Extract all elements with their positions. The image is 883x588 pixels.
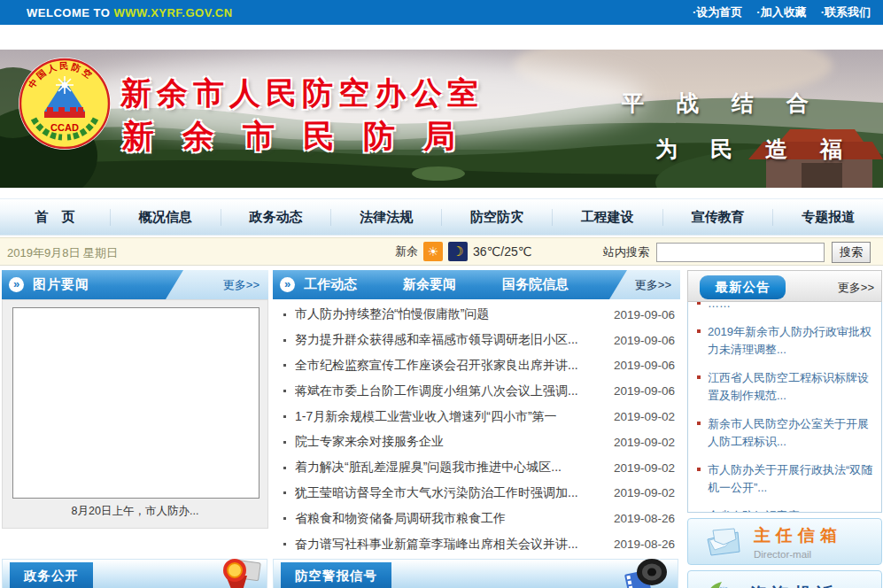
add-favorite-link[interactable]: ·加入收藏 <box>756 4 806 20</box>
bullet-icon <box>697 422 701 425</box>
bullet-icon <box>283 339 286 342</box>
double-chevron-icon: » <box>280 277 295 292</box>
news-title[interactable]: 奋力谱写社科事业新篇章李瑞峰出席相关会议并讲... <box>295 537 614 553</box>
news-date: 2019-09-02 <box>614 436 675 449</box>
bullet-icon <box>283 543 286 545</box>
announcements-tab[interactable]: 最新公告 <box>700 275 786 299</box>
announcement-item[interactable]: 江西省人民防空工程标识标牌设置及制作规范... <box>695 364 876 410</box>
double-chevron-icon: » <box>9 277 24 292</box>
site-search-button[interactable]: 搜索 <box>832 242 871 263</box>
news-title[interactable]: 市人防办持续整治“怕慢假庸散”问题 <box>295 306 614 322</box>
contact-us-link[interactable]: ·联系我们 <box>821 4 871 20</box>
air-alarm-tab[interactable]: 防空警报信号 <box>281 562 391 588</box>
gov-open-tab[interactable]: 政务公开 <box>10 562 93 588</box>
bullet-icon <box>283 364 286 367</box>
nav-item-laws[interactable]: 法律法规 <box>331 209 442 226</box>
top-links: ·设为首页 ·加入收藏 ·联系我们 <box>693 4 871 20</box>
news-title[interactable]: 努力提升群众获得感和幸福感市领导调研老旧小区... <box>295 332 614 348</box>
announcement-text: 市人防办关于开展行政执法“双随机一公开”... <box>708 463 872 494</box>
envelope-icon <box>704 527 741 557</box>
bullet-icon <box>283 467 286 469</box>
photo-news-caption[interactable]: 8月20日上午，市人防办... <box>3 504 267 519</box>
news-row[interactable]: 全市纪检监察宣传工作座谈会召开张家良出席并讲... 2019-09-06 <box>273 353 680 379</box>
announcement-text: 2019年新余市人防办行政审批权力未清理调整... <box>708 325 871 356</box>
news-date: 2019-08-26 <box>614 538 675 551</box>
weather-widget: 新余 ☀ ☽ 36℃/25℃ <box>395 242 531 261</box>
news-title[interactable]: 着力解决“脏乱差湿腥臭”问题我市推进中心城区... <box>295 460 614 476</box>
announcements-header: 最新公告 更多>> <box>687 270 882 302</box>
civil-air-defense-emblem: 中 国 人 民 防 空 CCAD <box>18 57 112 151</box>
announcement-text: …… <box>708 302 731 310</box>
consult-complaint-box[interactable]: 咨询投诉 <box>687 570 882 588</box>
news-row[interactable]: 市人防办持续整治“怕慢假庸散”问题 2019-09-06 <box>273 302 680 328</box>
nav-item-gov-news[interactable]: 政务动态 <box>221 209 332 226</box>
photo-news-title: 图片要闻 <box>33 276 89 293</box>
news-row[interactable]: 犹王莹暗访督导全市大气水污染防治工作时强调加... 2019-09-02 <box>273 481 680 507</box>
photo-news-image[interactable] <box>12 307 259 499</box>
announcement-text: 全省人防知识竞赛 <box>708 509 800 513</box>
announcement-text: 新余市人民防空办公室关于开展人防工程标识... <box>708 417 869 448</box>
bullet-icon <box>283 390 286 392</box>
news-row[interactable]: 奋力谱写社科事业新篇章李瑞峰出席相关会议并讲... 2019-08-26 <box>273 531 680 557</box>
news-row[interactable]: 努力提升群众获得感和幸福感市领导调研老旧小区... 2019-09-06 <box>273 328 680 353</box>
sun-icon: ☀ <box>423 242 443 261</box>
banner-slogan-line1: 平 战 结 合 <box>622 89 822 118</box>
site-search-input[interactable] <box>656 243 825 262</box>
weather-city: 新余 <box>395 244 418 259</box>
bullet-icon <box>283 491 286 494</box>
announcement-item[interactable]: 2019年新余市人防办行政审批权力未清理调整... <box>695 318 876 364</box>
bullet-icon <box>697 329 701 333</box>
news-row[interactable]: 1-7月新余规模工业营业收入增速列“四小市”第一 2019-09-02 <box>273 404 680 429</box>
moon-icon: ☽ <box>448 242 468 261</box>
nav-item-engineering[interactable]: 工程建设 <box>553 209 663 226</box>
consult-complaint-title: 咨询投诉 <box>750 583 839 588</box>
tab-xinyu-news[interactable]: 新余要闻 <box>403 276 456 293</box>
set-homepage-link[interactable]: ·设为首页 <box>693 4 742 20</box>
news-more-link[interactable]: 更多>> <box>635 277 671 293</box>
news-row[interactable]: 省粮食和物资储备局调研我市粮食工作 2019-08-26 <box>273 506 680 531</box>
news-row[interactable]: 蒋斌在市委上台阶工作调度小组第八次会议上强调... 2019-09-06 <box>273 378 680 404</box>
news-date: 2019-09-06 <box>614 384 675 398</box>
temperature-text: 36℃/25℃ <box>473 244 531 259</box>
news-row[interactable]: 院士专家来余对接服务企业 2019-09-02 <box>273 429 680 455</box>
nav-item-overview[interactable]: 概况信息 <box>111 209 221 226</box>
announcement-item[interactable]: 市人防办关于开展行政执法“双随机一公开”... <box>695 456 876 502</box>
tab-state-council-news[interactable]: 国务院信息 <box>502 276 569 293</box>
announcement-item[interactable]: 新余市人民防空办公室关于开展人防工程标识... <box>695 410 876 456</box>
news-date: 2019-09-06 <box>614 308 675 321</box>
news-title[interactable]: 1-7月新余规模工业营业收入增速列“四小市”第一 <box>295 409 614 425</box>
news-title[interactable]: 省粮食和物资储备局调研我市粮食工作 <box>295 511 614 527</box>
news-title[interactable]: 犹王莹暗访督导全市大气水污染防治工作时强调加... <box>295 485 614 501</box>
nav-item-home[interactable]: 首 页 <box>0 209 111 226</box>
bullet-icon <box>697 302 701 305</box>
bullet-icon <box>283 313 286 316</box>
announcement-text: 江西省人民防空工程标识标牌设置及制作规范... <box>708 371 869 402</box>
news-title[interactable]: 蒋斌在市委上台阶工作调度小组第八次会议上强调... <box>295 383 614 399</box>
news-title[interactable]: 院士专家来余对接服务企业 <box>295 434 614 450</box>
current-date: 2019年9月8日 星期日 <box>7 245 118 261</box>
photo-news-more-link[interactable]: 更多>> <box>223 277 259 293</box>
news-title[interactable]: 全市纪检监察宣传工作座谈会召开张家良出席并讲... <box>295 358 614 374</box>
org-name-line2: 新余市民防局 <box>122 115 484 159</box>
bullet-icon <box>283 441 286 444</box>
tab-work-news[interactable]: 工作动态 <box>304 276 357 293</box>
welcome-prefix: WELCOME TO <box>27 6 113 19</box>
nav-item-special-report[interactable]: 专题报道 <box>773 209 883 226</box>
globe-leaf-icon <box>704 578 738 588</box>
announcement-item[interactable]: 全省人防知识竞赛 <box>695 502 876 513</box>
news-date: 2019-09-02 <box>614 486 675 499</box>
director-mail-box[interactable]: 主任信箱 Director-mail <box>687 518 882 565</box>
news-header: » 工作动态 新余要闻 国务院信息 更多>> <box>273 270 680 299</box>
news-row[interactable]: 着力解决“脏乱差湿腥臭”问题我市推进中心城区... 2019-09-02 <box>273 455 680 481</box>
bullet-icon <box>697 375 701 379</box>
director-mail-texts: 主任信箱 Director-mail <box>754 524 842 560</box>
announcements-more-link[interactable]: 更多>> <box>838 280 874 296</box>
nav-item-air-defense[interactable]: 防空防灾 <box>442 209 553 226</box>
siren-speaker-icon <box>623 553 670 588</box>
announcement-item-clipped[interactable]: …… <box>695 302 876 318</box>
main-nav: 首 页 概况信息 政务动态 法律法规 防空防灾 工程建设 宣传教育 专题报道 <box>0 198 883 236</box>
welcome-url: WWW.XYRF.GOV.CN <box>113 6 232 19</box>
news-date: 2019-08-26 <box>614 512 675 525</box>
photo-news-panel: 8月20日上午，市人防办... <box>2 299 268 529</box>
nav-item-education[interactable]: 宣传教育 <box>663 209 774 226</box>
